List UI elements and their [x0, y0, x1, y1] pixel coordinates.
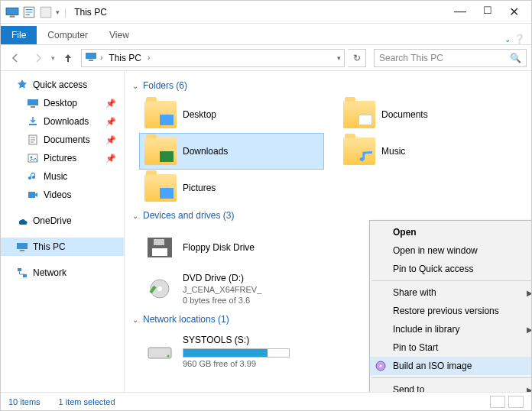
folder-desktop[interactable]: Desktop: [140, 97, 323, 132]
context-menu: Open Open in new window Pin to Quick acc…: [369, 220, 531, 392]
close-button[interactable]: ✕: [509, 5, 519, 19]
sidebar-network[interactable]: Network: [1, 264, 124, 282]
download-icon: [27, 115, 39, 128]
svg-rect-16: [23, 274, 27, 277]
content-pane: ⌄ Folders (6) Desktop Documents Download…: [125, 71, 531, 392]
floppy-icon: [144, 235, 175, 261]
onedrive-icon: [16, 215, 28, 227]
breadcrumb-chevron-icon[interactable]: ›: [148, 53, 150, 62]
submenu-arrow-icon: ▶: [527, 386, 531, 393]
menu-share-with[interactable]: Share with▶: [370, 283, 531, 302]
svg-point-23: [167, 355, 170, 358]
pc-icon: [85, 50, 97, 65]
menu-pin-start[interactable]: Pin to Start: [370, 338, 531, 357]
search-placeholder: Search This PC: [379, 53, 443, 63]
maximize-button[interactable]: ☐: [483, 5, 492, 19]
group-devices[interactable]: ⌄ Devices and drives (3): [132, 210, 531, 221]
music-icon: [27, 170, 39, 183]
pin-icon: 📌: [105, 117, 116, 127]
desktop-icon: [27, 97, 39, 109]
breadcrumb-chevron-icon[interactable]: ›: [100, 53, 102, 62]
pc-icon: [5, 5, 19, 19]
sidebar-this-pc[interactable]: This PC: [1, 238, 124, 256]
dvd-icon: [144, 276, 175, 302]
tab-file[interactable]: File: [1, 26, 37, 44]
menu-pin-quick-access[interactable]: Pin to Quick access: [370, 260, 531, 278]
breadcrumb-this-pc[interactable]: This PC: [105, 51, 144, 65]
svg-rect-7: [31, 106, 35, 108]
sidebar-item-music[interactable]: Music: [1, 167, 124, 186]
svg-rect-19: [152, 248, 167, 256]
svg-rect-15: [18, 268, 21, 271]
titlebar: ▾ | This PC — ☐ ✕: [1, 1, 531, 24]
properties-icon[interactable]: [22, 5, 36, 19]
address-bar[interactable]: › This PC › ▾: [81, 49, 345, 67]
view-icons-button[interactable]: [508, 396, 524, 408]
document-icon: [27, 134, 39, 146]
sidebar-label: Quick access: [33, 79, 87, 90]
svg-rect-13: [17, 243, 28, 249]
folder-music[interactable]: Music: [339, 134, 522, 169]
submenu-arrow-icon: ▶: [527, 325, 531, 334]
qat-dropdown-icon[interactable]: [39, 5, 53, 19]
usage-bar: [183, 348, 290, 358]
folder-downloads[interactable]: Downloads: [140, 134, 323, 169]
quick-access-toolbar: ▾ |: [2, 5, 68, 19]
svg-rect-4: [86, 53, 96, 59]
sidebar-item-documents[interactable]: Documents📌: [1, 131, 124, 149]
window-title: This PC: [74, 7, 107, 18]
menu-open-new-window[interactable]: Open in new window: [370, 241, 531, 260]
qat-overflow-icon[interactable]: ▾: [56, 8, 60, 16]
menu-open[interactable]: Open: [370, 223, 531, 241]
folder-pictures[interactable]: Pictures: [140, 170, 323, 206]
sidebar-onedrive[interactable]: OneDrive: [1, 212, 124, 230]
group-folders[interactable]: ⌄ Folders (6): [132, 80, 531, 91]
video-icon: [27, 189, 39, 201]
navigation-row: ▾ › This PC › ▾ ↻ Search This PC 🔍: [1, 45, 531, 71]
view-details-button[interactable]: [490, 396, 505, 408]
pin-icon: 📌: [105, 135, 116, 145]
back-button[interactable]: [5, 48, 25, 68]
sidebar-item-desktop[interactable]: Desktop📌: [1, 94, 124, 112]
svg-rect-14: [20, 250, 24, 251]
svg-rect-12: [28, 192, 35, 198]
sidebar-item-videos[interactable]: Videos: [1, 186, 124, 204]
minimize-button[interactable]: —: [454, 5, 466, 19]
svg-point-21: [157, 286, 162, 291]
svg-rect-3: [41, 7, 51, 18]
separator: |: [64, 7, 66, 18]
help-icon[interactable]: ❔: [514, 34, 525, 44]
svg-rect-5: [89, 60, 93, 61]
svg-rect-6: [28, 99, 38, 105]
svg-point-25: [380, 365, 382, 367]
folder-documents[interactable]: Documents: [339, 97, 522, 132]
svg-rect-18: [154, 239, 164, 245]
chevron-down-icon: ⌄: [504, 35, 511, 44]
menu-restore-previous[interactable]: Restore previous versions: [370, 302, 531, 320]
address-dropdown-icon[interactable]: ▾: [337, 54, 341, 62]
search-input[interactable]: Search This PC 🔍: [374, 49, 527, 67]
forward-button[interactable]: [28, 48, 48, 68]
tab-computer[interactable]: Computer: [37, 26, 99, 44]
chevron-down-icon: ⌄: [132, 82, 138, 90]
svg-rect-8: [29, 124, 37, 125]
up-button[interactable]: [58, 48, 78, 68]
tab-view[interactable]: View: [99, 26, 140, 44]
pictures-icon: [27, 152, 39, 164]
chevron-down-icon: ⌄: [132, 316, 138, 324]
search-icon: 🔍: [510, 53, 521, 63]
sidebar-item-downloads[interactable]: Downloads📌: [1, 112, 124, 131]
menu-send-to[interactable]: Send to▶: [370, 380, 531, 392]
sidebar-item-pictures[interactable]: Pictures📌: [1, 149, 124, 167]
recent-dropdown-icon[interactable]: ▾: [51, 54, 55, 62]
sidebar-quick-access[interactable]: Quick access: [1, 76, 124, 94]
pin-icon: 📌: [105, 99, 116, 108]
status-item-count: 10 items: [8, 397, 41, 406]
menu-include-library[interactable]: Include in library▶: [370, 320, 531, 338]
ribbon-collapse[interactable]: ⌄ ❔: [504, 34, 531, 44]
hdd-icon: [144, 338, 175, 364]
refresh-button[interactable]: ↻: [348, 49, 366, 67]
svg-rect-1: [10, 15, 15, 17]
ribbon-tabs: File Computer View ⌄ ❔: [1, 24, 531, 45]
menu-build-iso[interactable]: Build an ISO image: [370, 357, 531, 375]
